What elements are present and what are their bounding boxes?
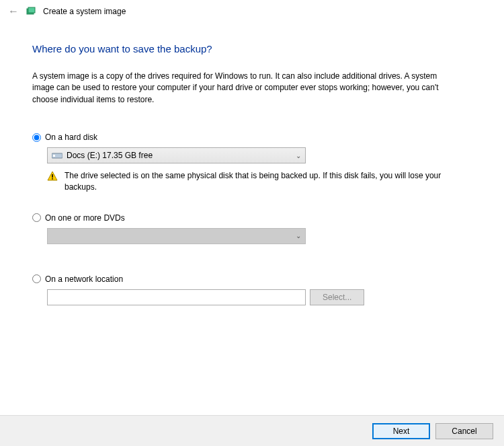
page-heading: Where do you want to save the backup? xyxy=(32,43,472,54)
warning-row: The drive selected is on the same physic… xyxy=(47,170,450,193)
page-description: A system image is a copy of the drives r… xyxy=(32,71,449,106)
drive-icon xyxy=(52,152,62,159)
radio-network[interactable] xyxy=(32,274,41,283)
chevron-down-icon: ⌄ xyxy=(296,152,301,159)
select-network-button[interactable]: Select... xyxy=(310,289,364,305)
svg-rect-6 xyxy=(52,178,53,180)
radio-dvd[interactable] xyxy=(32,213,41,222)
footer: Next Cancel xyxy=(0,415,504,446)
back-arrow-icon[interactable]: ← xyxy=(8,5,19,17)
warning-icon xyxy=(47,171,58,182)
drive-select-value: Docs (E:) 17.35 GB free xyxy=(67,151,153,160)
chevron-down-icon: ⌄ xyxy=(296,232,301,239)
radio-hard-disk[interactable] xyxy=(32,133,41,142)
radio-dvd-label: On one or more DVDs xyxy=(45,213,125,223)
svg-rect-1 xyxy=(28,7,35,13)
radio-hard-disk-label: On a hard disk xyxy=(45,133,97,142)
radio-network-label: On a network location xyxy=(45,274,123,284)
dvd-select-combo: ⌄ xyxy=(47,228,306,244)
option-hard-disk: On a hard disk Docs (E:) 17.35 GB free ⌄… xyxy=(32,133,472,193)
titlebar: ← Create a system image xyxy=(0,0,504,23)
option-network: On a network location Select... xyxy=(32,274,472,305)
option-dvd: On one or more DVDs ⌄ xyxy=(32,213,472,244)
warning-text: The drive selected is on the same physic… xyxy=(65,170,450,193)
svg-rect-5 xyxy=(52,174,53,178)
window-title: Create a system image xyxy=(43,7,126,16)
svg-rect-3 xyxy=(53,155,55,157)
next-button[interactable]: Next xyxy=(372,423,430,439)
drive-select-combo[interactable]: Docs (E:) 17.35 GB free ⌄ xyxy=(47,147,306,163)
content-area: Where do you want to save the backup? A … xyxy=(0,23,504,305)
cancel-button[interactable]: Cancel xyxy=(435,423,493,439)
app-icon xyxy=(26,6,36,17)
network-path-input[interactable] xyxy=(47,289,306,305)
